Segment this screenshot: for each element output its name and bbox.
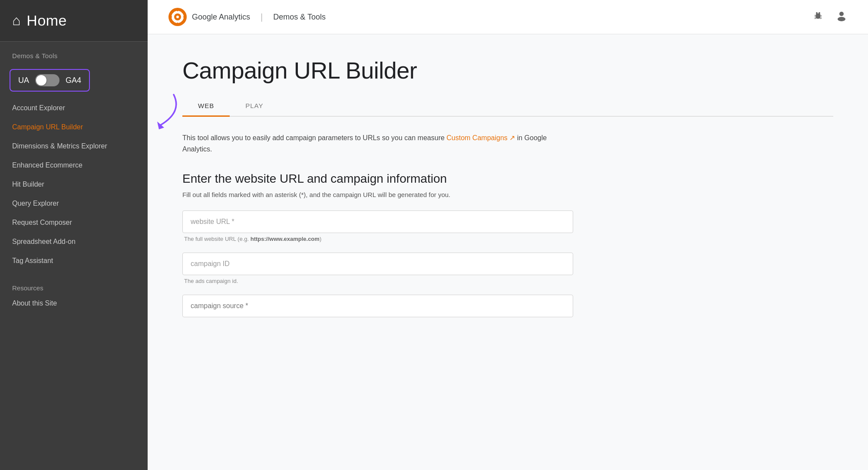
- home-icon: ⌂: [12, 13, 20, 29]
- page-content: Campaign URL Builder WEB PLAY This tool …: [148, 34, 868, 470]
- sidebar-content: Demos & Tools UA GA4 Account Explorer Ca…: [0, 42, 148, 470]
- svg-rect-13: [816, 13, 820, 19]
- header-icons: [812, 10, 847, 24]
- sidebar-item-request-composer[interactable]: Request Composer: [0, 213, 148, 232]
- toggle-ga4-label: GA4: [66, 76, 81, 85]
- website-url-input[interactable]: [182, 210, 573, 233]
- page-title: Campaign URL Builder: [182, 57, 833, 84]
- resources-item-about[interactable]: About this Site: [12, 295, 135, 312]
- user-icon[interactable]: [836, 10, 847, 24]
- svg-point-4: [176, 16, 179, 18]
- toggle-container: UA GA4: [0, 65, 148, 99]
- description-text: This tool allows you to easily add campa…: [182, 132, 573, 154]
- sidebar-item-enhanced-ecommerce[interactable]: Enhanced Ecommerce: [0, 156, 148, 175]
- sidebar: ⌂ Home Demos & Tools UA GA4 Account Expl…: [0, 0, 148, 470]
- toggle-track: [35, 74, 59, 86]
- svg-point-15: [818, 12, 820, 14]
- tabs-row: WEB PLAY: [182, 98, 833, 117]
- campaign-source-group: [182, 295, 573, 317]
- top-header: Google Analytics | Demos & Tools: [148, 0, 868, 34]
- svg-line-18: [820, 15, 822, 16]
- tab-web[interactable]: WEB: [182, 98, 230, 117]
- header-divider: |: [261, 12, 263, 22]
- sidebar-item-hit-builder[interactable]: Hit Builder: [0, 175, 148, 194]
- sidebar-item-account-explorer[interactable]: Account Explorer: [0, 99, 148, 118]
- toggle-box[interactable]: UA GA4: [10, 69, 90, 92]
- ua-ga4-toggle[interactable]: [35, 74, 59, 86]
- campaign-id-input[interactable]: [182, 253, 573, 275]
- svg-line-21: [820, 18, 822, 19]
- campaign-source-input[interactable]: [182, 295, 573, 317]
- bug-icon[interactable]: [812, 10, 824, 24]
- toggle-ua-label: UA: [18, 76, 29, 85]
- form-section-subtitle: Fill out all fields marked with an aster…: [182, 191, 833, 198]
- svg-line-20: [815, 18, 816, 19]
- sidebar-nav: Account Explorer Campaign URL Builder Di…: [0, 99, 148, 270]
- campaign-id-hint: The ads campaign id.: [182, 275, 573, 291]
- sidebar-section-label: Demos & Tools: [0, 52, 148, 65]
- campaign-id-group: The ads campaign id.: [182, 253, 573, 291]
- resources-label: Resources: [12, 284, 135, 292]
- sidebar-home[interactable]: ⌂ Home: [0, 0, 148, 42]
- form-section-title: Enter the website URL and campaign infor…: [182, 172, 833, 186]
- website-url-group: The full website URL (e.g. https://www.e…: [182, 210, 573, 249]
- toggle-thumb: [36, 75, 46, 85]
- website-url-hint: The full website URL (e.g. https://www.e…: [182, 233, 573, 249]
- main-content: Google Analytics | Demos & Tools: [148, 0, 868, 470]
- header-subtitle: Demos & Tools: [273, 13, 326, 22]
- sidebar-item-dimensions-metrics[interactable]: Dimensions & Metrics Explorer: [0, 137, 148, 156]
- svg-point-22: [839, 12, 844, 16]
- sidebar-item-tag-assistant[interactable]: Tag Assistant: [0, 251, 148, 270]
- svg-line-16: [815, 15, 816, 16]
- svg-point-14: [816, 12, 818, 14]
- custom-campaigns-link[interactable]: Custom Campaigns ↗: [446, 134, 515, 141]
- header-logo-area: Google Analytics | Demos & Tools: [168, 8, 326, 26]
- svg-point-23: [838, 17, 845, 21]
- sidebar-home-label: Home: [26, 12, 67, 29]
- tab-play[interactable]: PLAY: [230, 98, 279, 117]
- resources-section: Resources About this Site: [0, 284, 148, 312]
- header-brand: Google Analytics: [192, 13, 250, 22]
- sidebar-item-campaign-url-builder[interactable]: Campaign URL Builder: [0, 118, 148, 137]
- sidebar-item-spreadsheet-addon[interactable]: Spreadsheet Add-on: [0, 232, 148, 251]
- sidebar-item-query-explorer[interactable]: Query Explorer: [0, 194, 148, 213]
- ga-logo-icon: [168, 8, 187, 26]
